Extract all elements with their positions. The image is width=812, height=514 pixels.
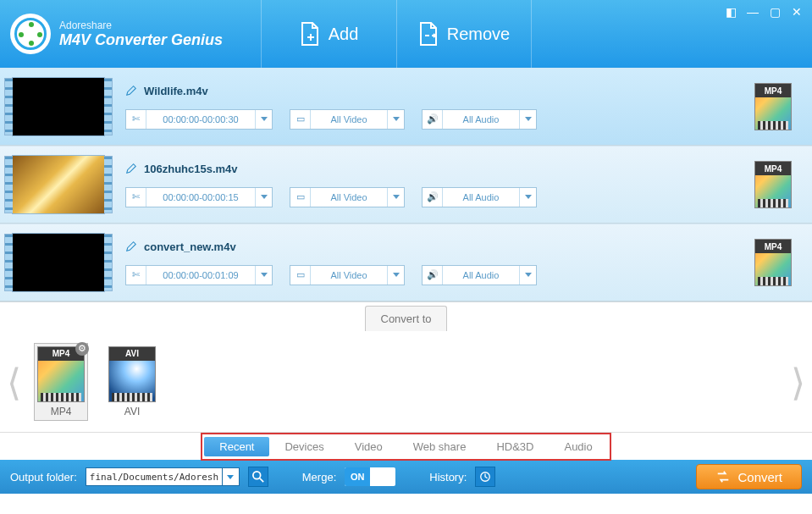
- format-option-avi[interactable]: AVI AVI: [108, 346, 156, 417]
- convert-to-bar: Convert to: [0, 302, 812, 331]
- scroll-right-icon[interactable]: ⟩: [791, 360, 805, 403]
- tab-devices[interactable]: Devices: [269, 437, 339, 456]
- file-item[interactable]: Wildlife.m4v ✄ 00:00:00-00:00:30 ▭ All V…: [0, 68, 812, 146]
- file-item[interactable]: convert_new.m4v ✄ 00:00:00-00:01:09 ▭ Al…: [0, 224, 812, 301]
- format-label: AVI: [124, 406, 140, 417]
- video-track-select[interactable]: ▭ All Video: [290, 109, 405, 130]
- tab-audio[interactable]: Audio: [549, 437, 607, 456]
- convert-icon: [715, 469, 731, 484]
- format-option-mp4[interactable]: MP4 MP4: [34, 343, 88, 421]
- svg-point-0: [253, 472, 261, 479]
- footer-bar: Output folder: Merge: ON History: Conver…: [0, 460, 812, 494]
- audio-dropdown[interactable]: [519, 110, 536, 129]
- feedback-icon[interactable]: ◧: [724, 5, 737, 19]
- output-format-badge[interactable]: MP4: [754, 239, 792, 286]
- close-icon[interactable]: ✕: [790, 5, 804, 19]
- brand-company: Adoreshare: [59, 19, 223, 31]
- output-format-badge[interactable]: MP4: [754, 83, 792, 130]
- trim-dropdown[interactable]: [255, 266, 272, 285]
- history-button[interactable]: [475, 467, 495, 487]
- audio-track-select[interactable]: 🔊 All Audio: [422, 109, 537, 130]
- video-icon: ▭: [290, 266, 311, 285]
- tabs-highlight-box: Recent Devices Video Web share HD&3D Aud…: [201, 433, 610, 461]
- file-list: Wildlife.m4v ✄ 00:00:00-00:00:30 ▭ All V…: [0, 68, 812, 302]
- file-item[interactable]: 106zhuhc15s.m4v ✄ 00:00:00-00:00:15 ▭ Al…: [0, 146, 812, 224]
- convert-button-label: Convert: [737, 470, 782, 484]
- audio-dropdown[interactable]: [519, 266, 536, 285]
- clock-icon: [479, 471, 491, 483]
- video-icon: ▭: [290, 188, 311, 207]
- edit-icon[interactable]: [125, 163, 137, 174]
- remove-file-icon: [418, 22, 439, 46]
- audio-icon: 🔊: [423, 188, 443, 207]
- output-format-badge[interactable]: MP4: [754, 161, 792, 208]
- video-track-select[interactable]: ▭ All Video: [290, 265, 405, 285]
- video-dropdown[interactable]: [387, 266, 404, 285]
- brand-product: M4V Converter Genius: [59, 31, 223, 49]
- trim-dropdown[interactable]: [255, 110, 272, 129]
- video-dropdown[interactable]: [387, 188, 404, 207]
- tab-hd3d[interactable]: HD&3D: [481, 437, 549, 456]
- search-icon: [252, 471, 264, 483]
- format-label: MP4: [51, 406, 72, 417]
- tab-webshare[interactable]: Web share: [398, 437, 482, 456]
- file-thumbnail[interactable]: [12, 233, 105, 292]
- merge-toggle[interactable]: ON: [345, 467, 395, 486]
- minimize-icon[interactable]: —: [746, 5, 760, 19]
- file-name: 106zhuhc15s.m4v: [144, 163, 238, 175]
- remove-button-label: Remove: [447, 25, 510, 44]
- format-strip: ⟨ MP4 MP4 AVI AVI ⟩: [0, 331, 812, 433]
- edit-icon[interactable]: [125, 240, 137, 252]
- output-folder-label: Output folder:: [10, 471, 77, 484]
- tab-video[interactable]: Video: [340, 437, 398, 456]
- trim-range[interactable]: ✄ 00:00:00-00:00:15: [125, 187, 273, 207]
- add-button-label: Add: [329, 25, 359, 44]
- app-header: Adoreshare M4V Converter Genius Add Remo…: [0, 0, 812, 68]
- file-thumbnail[interactable]: [12, 77, 105, 136]
- audio-icon: 🔊: [423, 110, 443, 129]
- output-folder-input[interactable]: [86, 467, 223, 486]
- file-name: convert_new.m4v: [144, 240, 236, 253]
- scissors-icon: ✄: [126, 188, 146, 207]
- window-controls: ◧ — ▢ ✕: [724, 5, 804, 19]
- audio-dropdown[interactable]: [519, 188, 536, 207]
- brand-area: Adoreshare M4V Converter Genius: [0, 14, 261, 54]
- file-name: Wildlife.m4v: [144, 85, 208, 97]
- trim-range[interactable]: ✄ 00:00:00-00:00:30: [125, 109, 273, 130]
- add-button[interactable]: Add: [261, 0, 396, 68]
- tab-recent[interactable]: Recent: [204, 437, 269, 456]
- merge-label: Merge:: [302, 471, 336, 484]
- maximize-icon[interactable]: ▢: [768, 5, 782, 19]
- scissors-icon: ✄: [126, 266, 146, 285]
- video-track-select[interactable]: ▭ All Video: [290, 187, 405, 207]
- convert-button[interactable]: Convert: [696, 464, 802, 489]
- audio-track-select[interactable]: 🔊 All Audio: [422, 265, 537, 285]
- app-logo-icon: [10, 14, 51, 54]
- edit-icon[interactable]: [125, 85, 137, 97]
- scroll-left-icon[interactable]: ⟨: [7, 360, 21, 403]
- video-dropdown[interactable]: [387, 110, 404, 129]
- browse-folder-button[interactable]: [248, 467, 268, 487]
- trim-range[interactable]: ✄ 00:00:00-00:01:09: [125, 265, 273, 285]
- video-icon: ▭: [290, 110, 311, 129]
- trim-dropdown[interactable]: [255, 188, 272, 207]
- audio-icon: 🔊: [423, 266, 443, 285]
- add-file-icon: [300, 22, 320, 46]
- remove-button[interactable]: Remove: [396, 0, 532, 68]
- scissors-icon: ✄: [126, 110, 146, 129]
- audio-track-select[interactable]: 🔊 All Audio: [422, 187, 537, 207]
- history-label: History:: [429, 471, 467, 484]
- convert-to-tab[interactable]: Convert to: [365, 306, 448, 331]
- category-tabs: Recent Devices Video Web share HD&3D Aud…: [0, 433, 812, 460]
- output-folder-dropdown[interactable]: [223, 467, 240, 486]
- file-thumbnail[interactable]: [12, 155, 105, 214]
